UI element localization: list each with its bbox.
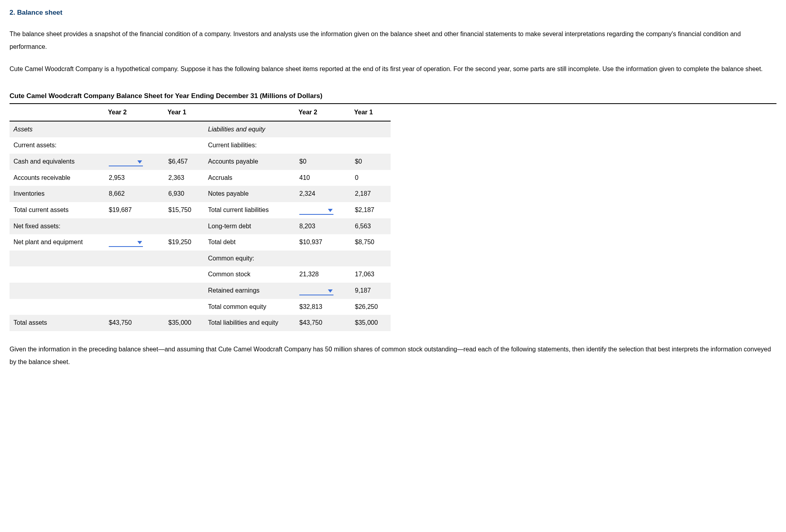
table-row: Common stock 21,328 17,063 <box>10 266 391 282</box>
chevron-down-icon <box>137 160 142 164</box>
tle-y2: $43,750 <box>295 315 351 331</box>
current-assets-label: Current assets: <box>10 137 105 153</box>
accruals-y1: 0 <box>351 170 391 186</box>
ltd-y2: 8,203 <box>295 218 351 234</box>
cs-label: Common stock <box>204 266 295 282</box>
table-row: Accounts receivable 2,953 2,363 Accruals… <box>10 170 391 186</box>
table-row: Total current assets $19,687 $15,750 Tot… <box>10 202 391 218</box>
inv-y1: 6,930 <box>164 186 204 202</box>
table-row: Total common equity $32,813 $26,250 <box>10 299 391 315</box>
ta-label: Total assets <box>10 315 105 331</box>
chevron-down-icon <box>328 289 333 293</box>
inv-label: Inventories <box>10 186 105 202</box>
npe-label: Net plant and equipment <box>10 234 105 251</box>
tce-y1: $26,250 <box>351 299 391 315</box>
ltd-label: Long-term debt <box>204 218 295 234</box>
section-heading: 2. Balance sheet <box>10 8 776 17</box>
nfa-label: Net fixed assets: <box>10 218 105 234</box>
re-y2-dropdown[interactable] <box>299 287 333 295</box>
intro-paragraph-1: The balance sheet provides a snapshot of… <box>10 28 776 53</box>
tce-label: Total common equity <box>204 299 295 315</box>
cash-label: Cash and equivalents <box>10 154 105 170</box>
tca-y2: $19,687 <box>105 202 164 218</box>
table-row: Current assets: Current liabilities: <box>10 137 391 153</box>
np-y2: 2,324 <box>295 186 351 202</box>
np-label: Notes payable <box>204 186 295 202</box>
table-row: Assets Liabilities and equity <box>10 121 391 137</box>
balance-sheet-table: Year 2 Year 1 Year 2 Year 1 Assets Liabi… <box>10 104 391 331</box>
np-y1: 2,187 <box>351 186 391 202</box>
liabilities-equity-label: Liabilities and equity <box>204 121 295 137</box>
table-row: Net fixed assets: Long-term debt 8,203 6… <box>10 218 391 234</box>
tce-y2: $32,813 <box>295 299 351 315</box>
header-year2-left: Year 2 <box>105 104 164 121</box>
table-row: Total assets $43,750 $35,000 Total liabi… <box>10 315 391 331</box>
cash-y1: $6,457 <box>164 154 204 170</box>
chevron-down-icon <box>328 209 333 212</box>
table-row: Cash and equivalents $6,457 Accounts pay… <box>10 154 391 170</box>
accruals-label: Accruals <box>204 170 295 186</box>
tca-y1: $15,750 <box>164 202 204 218</box>
assets-label: Assets <box>10 121 105 137</box>
tle-label: Total liabilities and equity <box>204 315 295 331</box>
tle-y1: $35,000 <box>351 315 391 331</box>
npe-y1: $19,250 <box>164 234 204 251</box>
ltd-y1: 6,563 <box>351 218 391 234</box>
cs-y1: 17,063 <box>351 266 391 282</box>
current-liabilities-label: Current liabilities: <box>204 137 295 153</box>
tca-label: Total current assets <box>10 202 105 218</box>
td-y2: $10,937 <box>295 234 351 251</box>
ta-y1: $35,000 <box>164 315 204 331</box>
ce-label: Common equity: <box>204 251 295 266</box>
re-y1: 9,187 <box>351 283 391 299</box>
table-row: Inventories 8,662 6,930 Notes payable 2,… <box>10 186 391 202</box>
cash-y2-dropdown[interactable] <box>109 158 143 166</box>
table-row: Common equity: <box>10 251 391 266</box>
chevron-down-icon <box>137 241 142 244</box>
cs-y2: 21,328 <box>295 266 351 282</box>
tcl-label: Total current liabilities <box>204 202 295 218</box>
closing-paragraph: Given the information in the preceding b… <box>10 343 776 368</box>
intro-paragraph-2: Cute Camel Woodcraft Company is a hypoth… <box>10 63 776 75</box>
ar-label: Accounts receivable <box>10 170 105 186</box>
ar-y1: 2,363 <box>164 170 204 186</box>
npe-y2-dropdown[interactable] <box>109 239 143 247</box>
ap-label: Accounts payable <box>204 154 295 170</box>
tcl-y1: $2,187 <box>351 202 391 218</box>
table-header-row: Year 2 Year 1 Year 2 Year 1 <box>10 104 391 121</box>
tcl-y2-dropdown[interactable] <box>299 207 333 215</box>
td-y1: $8,750 <box>351 234 391 251</box>
table-row: Net plant and equipment $19,250 Total de… <box>10 234 391 251</box>
header-year1-right: Year 1 <box>351 104 391 121</box>
inv-y2: 8,662 <box>105 186 164 202</box>
ap-y1: $0 <box>351 154 391 170</box>
header-year2-right: Year 2 <box>295 104 351 121</box>
re-label: Retained earnings <box>204 283 295 299</box>
td-label: Total debt <box>204 234 295 251</box>
table-row: Retained earnings 9,187 <box>10 283 391 299</box>
accruals-y2: 410 <box>295 170 351 186</box>
header-year1-left: Year 1 <box>164 104 204 121</box>
table-title: Cute Camel Woodcraft Company Balance She… <box>10 91 776 104</box>
ar-y2: 2,953 <box>105 170 164 186</box>
ap-y2: $0 <box>295 154 351 170</box>
ta-y2: $43,750 <box>105 315 164 331</box>
balance-sheet-table-wrap: Cute Camel Woodcraft Company Balance She… <box>10 91 776 331</box>
